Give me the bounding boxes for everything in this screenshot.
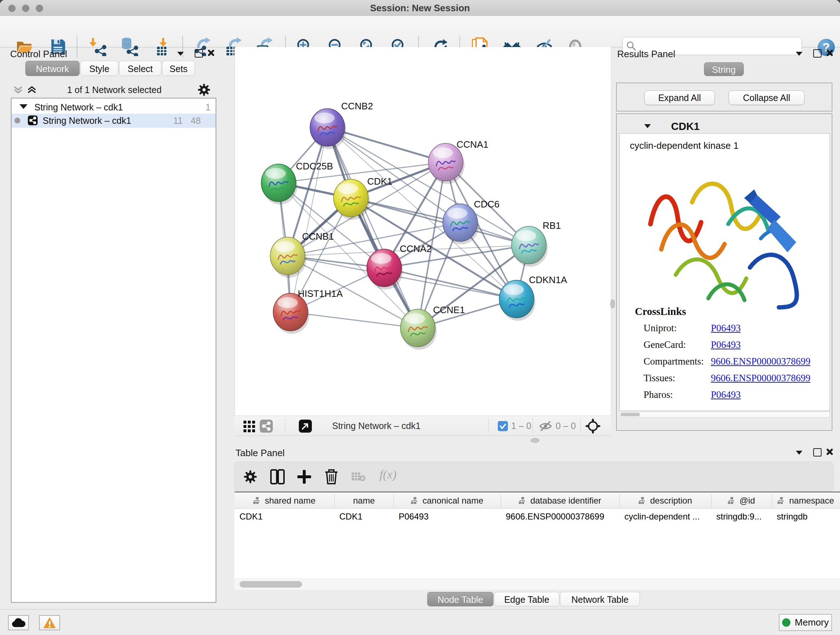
window-title: Session: New Session xyxy=(0,0,840,16)
column-type-icon xyxy=(253,497,261,504)
network-view-toolbar: String Network – cdk1 1 – 0 0 – 0 xyxy=(234,416,611,436)
crosslink-value[interactable]: 9606.ENSP00000378699 xyxy=(711,356,810,367)
table-scrollbar-thumb[interactable] xyxy=(240,581,302,587)
disclosure-triangle-icon[interactable] xyxy=(19,104,27,109)
table-options-gear-icon[interactable] xyxy=(243,470,257,484)
table-panel-close-icon[interactable] xyxy=(826,448,834,457)
hidden-count: 0 – 0 xyxy=(556,421,576,431)
horizontal-splitter-handle[interactable] xyxy=(531,438,539,443)
title-bar: Session: New Session xyxy=(0,0,840,16)
collapse-all-button[interactable]: Collapse All xyxy=(729,90,805,105)
network-options-gear-icon[interactable] xyxy=(197,83,210,96)
application-window: Session: New Session ? Control Panel xyxy=(0,0,840,635)
results-panel-float-icon[interactable] xyxy=(813,49,821,59)
results-scrollbar-track[interactable] xyxy=(619,412,830,417)
string-network-icon xyxy=(28,116,38,125)
delete-column-icon[interactable] xyxy=(325,469,338,485)
control-panel-float-icon[interactable] xyxy=(195,49,203,59)
network-node-count: 11 xyxy=(173,116,183,126)
table-cell[interactable]: CDK1 xyxy=(339,511,392,524)
node-label: CCNE1 xyxy=(433,304,465,315)
table-cell[interactable]: stringdb:9... xyxy=(716,511,770,524)
column-header-namespace[interactable]: namespace xyxy=(772,492,840,509)
table-panel-title: Table Panel xyxy=(235,448,285,459)
crosslink-label: Pharos: xyxy=(644,389,673,401)
node-label: CCNA2 xyxy=(400,243,431,254)
crosslink-value[interactable]: P06493 xyxy=(711,339,741,350)
warnings-button[interactable] xyxy=(39,615,60,630)
column-header-description[interactable]: description xyxy=(619,492,711,509)
table-cell[interactable]: 9606.ENSP00000378699 xyxy=(506,511,618,524)
column-header-canonical-name[interactable]: canonical name xyxy=(393,492,501,509)
network-row-selected[interactable]: String Network – cdk1 11 48 xyxy=(11,114,216,128)
crosslink-label: Compartments: xyxy=(644,356,704,367)
import-table-icon[interactable] xyxy=(153,37,172,56)
column-type-icon xyxy=(519,497,527,504)
protein-structure-image xyxy=(641,155,812,322)
control-panel-menu-icon[interactable] xyxy=(177,51,184,57)
column-type-icon xyxy=(728,497,736,504)
hidden-eye-icon xyxy=(538,421,553,432)
results-panel-menu-icon[interactable] xyxy=(796,51,802,57)
network-selection-status: 1 of 1 Network selected xyxy=(43,85,185,95)
network-canvas[interactable]: CCNB2CCNA1CDC25BCDK1CDC6RB1CCNB1CCNA2CDK… xyxy=(234,47,611,416)
tab-network[interactable]: Network xyxy=(25,61,80,76)
expand-all-networks-icon[interactable] xyxy=(26,84,38,96)
tab-node-table[interactable]: Node Table xyxy=(427,592,493,606)
network-collection-row[interactable]: String Network – cdk1 1 xyxy=(11,101,216,114)
tab-select[interactable]: Select xyxy=(119,61,161,76)
crosslink-label: Uniprot: xyxy=(644,323,677,334)
network-row-label: String Network – cdk1 xyxy=(43,116,131,126)
network-edge-count: 48 xyxy=(191,116,201,126)
vertical-splitter-handle[interactable] xyxy=(610,299,615,308)
node-label: RB1 xyxy=(543,220,561,231)
import-network-icon[interactable] xyxy=(89,37,108,56)
column-type-icon xyxy=(411,497,419,504)
tab-sets[interactable]: Sets xyxy=(162,61,195,76)
toolbar-separator xyxy=(77,36,77,57)
show-columns-icon[interactable] xyxy=(270,469,285,485)
node-label: HIST1H1A xyxy=(298,288,343,299)
column-header-name[interactable]: name xyxy=(334,492,393,509)
navigator-crosshair-icon[interactable] xyxy=(585,418,600,434)
tab-style[interactable]: Style xyxy=(80,61,118,76)
main-toolbar: ? xyxy=(0,16,840,48)
column-type-icon xyxy=(777,497,785,504)
table-body[interactable]: CDK1CDK1P064939606.ENSP00000378699cyclin… xyxy=(234,509,840,578)
selected-nodes-checkbox-icon[interactable] xyxy=(498,421,508,431)
cloud-button[interactable] xyxy=(8,615,29,630)
results-panel-close-icon[interactable] xyxy=(826,49,834,58)
crosslink-value[interactable]: P06493 xyxy=(711,389,741,401)
view-grid-icon[interactable] xyxy=(243,420,256,432)
results-panel-title: Results Panel xyxy=(617,49,675,60)
view-network-icon[interactable] xyxy=(260,420,273,432)
table-scrollbar-track[interactable] xyxy=(234,578,840,590)
collapse-all-networks-icon[interactable] xyxy=(12,84,24,96)
network-tree: String Network – cdk1 1 String Network –… xyxy=(11,98,216,603)
control-panel-close-icon[interactable] xyxy=(207,49,215,58)
expand-all-button[interactable]: Expand All xyxy=(644,90,715,105)
column-header--id[interactable]: @id xyxy=(711,492,772,509)
table-cell[interactable]: cyclin-dependent ... xyxy=(624,511,710,524)
birds-eye-view-icon[interactable] xyxy=(299,420,312,432)
table-panel-float-icon[interactable] xyxy=(813,448,821,458)
table-panel-menu-icon[interactable] xyxy=(796,450,802,456)
import-database-icon[interactable] xyxy=(120,37,139,56)
node-label: CCNB2 xyxy=(341,101,373,111)
results-scrollbar-thumb[interactable] xyxy=(621,413,640,416)
column-header-database-identifier[interactable]: database identifier xyxy=(501,492,619,509)
table-cell[interactable]: CDK1 xyxy=(240,511,333,524)
tab-edge-table[interactable]: Edge Table xyxy=(494,592,559,606)
tab-network-table[interactable]: Network Table xyxy=(560,592,640,606)
crosslink-value[interactable]: 9606.ENSP00000378699 xyxy=(711,372,810,384)
table-cell[interactable]: P06493 xyxy=(399,511,499,524)
create-column-icon[interactable] xyxy=(297,469,311,485)
column-header-shared-name[interactable]: shared name xyxy=(234,492,334,509)
memory-button[interactable]: Memory xyxy=(779,614,832,631)
gene-disclosure-icon[interactable] xyxy=(644,124,651,128)
network-collection-label: String Network – cdk1 xyxy=(34,102,123,112)
crosslink-value[interactable]: P06493 xyxy=(711,323,741,334)
tab-string[interactable]: String xyxy=(704,62,744,76)
table-cell[interactable]: stringdb xyxy=(777,511,838,524)
gene-symbol: CDK1 xyxy=(671,120,699,133)
